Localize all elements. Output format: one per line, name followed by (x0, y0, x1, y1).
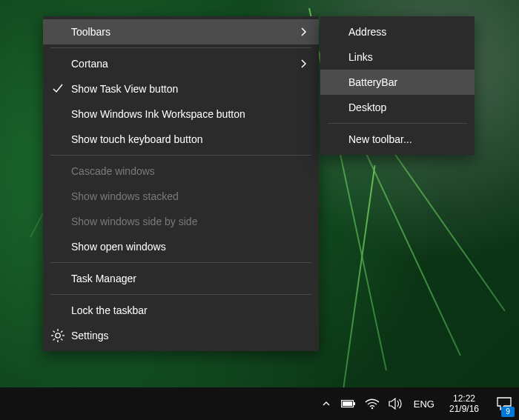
menu-item-label: Desktop (348, 101, 386, 113)
svg-point-0 (56, 333, 60, 338)
battery-icon[interactable] (341, 396, 356, 411)
submenu-item-batterybar[interactable]: BatteryBar (320, 70, 475, 95)
menu-item-label: BatteryBar (348, 76, 397, 88)
menu-item-label: Task Manager (71, 273, 136, 284)
menu-item-label: Show touch keyboard button (71, 133, 202, 145)
menu-item-stacked-windows: Show windows stacked (43, 184, 319, 209)
svg-line-6 (61, 339, 62, 340)
menu-item-task-manager[interactable]: Task Manager (43, 266, 319, 291)
menu-item-label: Toolbars (71, 26, 110, 38)
svg-line-5 (53, 331, 55, 333)
fern-decoration (341, 165, 376, 400)
notification-badge: 9 (501, 407, 515, 417)
svg-point-12 (371, 407, 373, 409)
clock-date[interactable]: 12:22 21/9/16 (445, 393, 483, 414)
submenu-item-new-toolbar[interactable]: New toolbar... (320, 127, 475, 152)
checkmark-icon (50, 76, 65, 101)
wifi-icon[interactable] (365, 396, 380, 411)
menu-item-label: Show windows side by side (71, 216, 197, 227)
menu-item-touch-keyboard[interactable]: Show touch keyboard button (43, 127, 319, 152)
menu-item-side-by-side: Show windows side by side (43, 209, 319, 234)
submenu-item-desktop[interactable]: Desktop (320, 95, 475, 120)
submenu-arrow-icon (301, 19, 310, 44)
clock-date-label: 21/9/16 (449, 404, 479, 414)
menu-separator (328, 123, 467, 124)
menu-item-label: Settings (71, 330, 109, 341)
system-tray: ENG 12:22 21/9/16 9 (320, 387, 516, 420)
menu-separator (50, 47, 311, 48)
menu-item-label: Show open windows (71, 241, 166, 253)
taskbar: ENG 12:22 21/9/16 9 (0, 387, 519, 420)
tray-overflow-button[interactable] (320, 398, 332, 410)
svg-rect-11 (343, 401, 352, 406)
language-label: ENG (414, 399, 434, 410)
language-indicator[interactable]: ENG (412, 399, 436, 410)
toolbars-submenu: Address Links BatteryBar Desktop New too… (320, 16, 475, 155)
menu-item-cascade-windows: Cascade windows (43, 159, 319, 184)
menu-item-lock-taskbar[interactable]: Lock the taskbar (43, 298, 319, 323)
submenu-item-address[interactable]: Address (320, 19, 475, 44)
menu-separator (50, 155, 311, 156)
submenu-arrow-icon (301, 51, 310, 76)
menu-item-toolbars[interactable]: Toolbars (43, 19, 319, 44)
menu-item-cortana[interactable]: Cortana (43, 51, 319, 76)
menu-item-show-task-view[interactable]: Show Task View button (43, 76, 319, 101)
clock-time-label: 12:22 (449, 393, 479, 404)
menu-item-label: Cascade windows (71, 165, 155, 177)
menu-item-label: Links (348, 51, 373, 63)
menu-item-label: Cortana (71, 58, 108, 70)
menu-item-label: Show windows stacked (71, 190, 179, 202)
menu-item-label: Lock the taskbar (71, 304, 148, 316)
svg-rect-10 (354, 402, 355, 405)
gear-icon (50, 328, 65, 343)
svg-line-8 (61, 331, 62, 333)
menu-item-label: Show Windows Ink Workspace button (71, 108, 245, 120)
menu-separator (50, 262, 311, 263)
action-center-button[interactable]: 9 (492, 387, 516, 420)
menu-item-label: Show Task View button (71, 83, 178, 95)
taskbar-context-menu: Toolbars Cortana Show Task View button S… (43, 16, 319, 351)
menu-item-ink-workspace[interactable]: Show Windows Ink Workspace button (43, 101, 319, 127)
menu-item-label: Address (348, 26, 386, 38)
svg-line-7 (53, 339, 55, 340)
menu-separator (50, 294, 311, 295)
menu-item-label: New toolbar... (348, 133, 412, 145)
volume-icon[interactable] (389, 396, 403, 411)
menu-item-open-windows[interactable]: Show open windows (43, 234, 319, 259)
submenu-item-links[interactable]: Links (320, 44, 475, 70)
menu-item-settings[interactable]: Settings (43, 323, 319, 348)
